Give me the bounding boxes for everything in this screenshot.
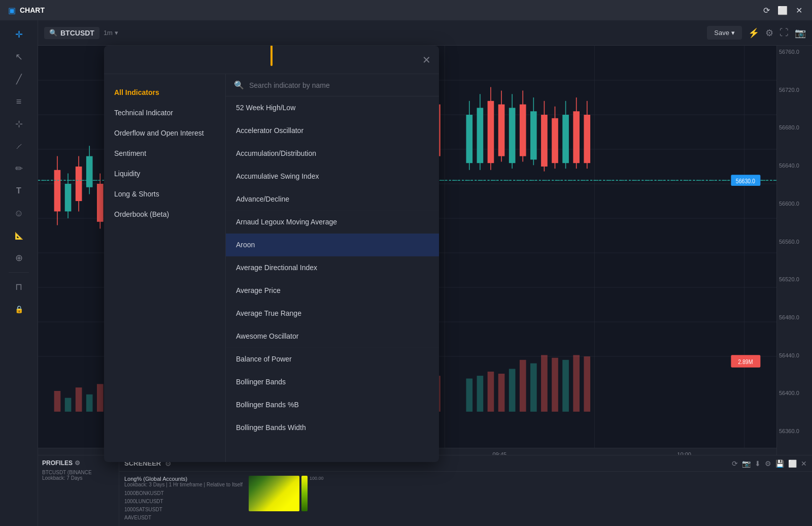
modal-top-bar [270, 46, 273, 66]
header-right: Save ▾ ⚡ ⚙ ⛶ 📷 [707, 26, 806, 40]
screener-refresh-icon[interactable]: ⟳ [732, 459, 738, 468]
nav-item-liquidity[interactable]: Liquidity [104, 163, 225, 184]
text-icon[interactable]: T [9, 181, 29, 201]
title-bar-title: CHART [20, 6, 45, 14]
svg-rect-140 [488, 372, 494, 412]
screener-save-icon[interactable]: 💾 [775, 459, 784, 468]
svg-rect-142 [509, 369, 516, 411]
screener-controls: ⟳ 📷 ⬇ ⚙ 💾 ⬜ ✕ [732, 459, 807, 468]
maximize-icon[interactable]: ⬜ [777, 5, 788, 15]
heatmap-container: 100.00 [249, 476, 324, 522]
screener-download-icon[interactable]: ⬇ [755, 459, 761, 468]
indicator-item-aroon[interactable]: Aroon [226, 234, 439, 256]
indicator-item-bollingerwidth[interactable]: Bollinger Bands Width [226, 416, 439, 439]
price-level: 56600.0 [779, 201, 810, 207]
magnet-icon[interactable]: ⊓ [9, 277, 29, 297]
svg-rect-143 [520, 360, 526, 412]
price-level: 56360.0 [779, 428, 810, 434]
indicator-item-atr[interactable]: Average True Range [226, 302, 439, 325]
svg-text:56630.0: 56630.0 [736, 177, 755, 185]
ruler-icon[interactable]: 📐 [9, 225, 29, 246]
profiles-settings-icon[interactable]: ⚙ [75, 459, 80, 467]
settings-icon[interactable]: ⚙ [765, 27, 773, 39]
screener-close-icon[interactable]: ✕ [801, 459, 807, 468]
node-icon[interactable]: ⊹ [9, 114, 29, 134]
header-bar: 🔍 BTCUSDT 1m ▾ Save ▾ ⚡ ⚙ ⛶ 📷 [38, 20, 812, 46]
heatmap-chart [249, 476, 299, 511]
svg-rect-145 [541, 355, 548, 412]
svg-rect-149 [584, 356, 590, 412]
lock-icon[interactable]: 🔒 [9, 299, 29, 319]
indicator-item-bollingerb[interactable]: Bollinger Bands %B [226, 393, 439, 416]
save-button[interactable]: Save ▾ [707, 26, 742, 40]
svg-rect-141 [498, 374, 505, 412]
screener-panel: SCRENEER ⚙ ⟳ 📷 ⬇ ⚙ 💾 ⬜ ✕ Long% (Global A… [119, 455, 812, 526]
svg-rect-147 [562, 360, 569, 412]
indicator-search-input[interactable] [249, 81, 431, 89]
fullscreen-icon[interactable]: ⛶ [780, 27, 789, 38]
indicator-item-accelerator[interactable]: Accelerator Oscillator [226, 119, 439, 142]
crosshair-icon[interactable]: ✛ [9, 24, 29, 45]
indicator-item-52week[interactable]: 52 Week High/Low [226, 96, 439, 119]
trend-line-icon[interactable]: ╱ [9, 69, 29, 89]
nav-item-technical[interactable]: Technical Indicator [104, 103, 225, 123]
heatmap-legend [301, 476, 308, 511]
nav-item-longs-shorts[interactable]: Long & Shorts [104, 184, 225, 204]
screener-maximize-icon[interactable]: ⬜ [788, 459, 797, 468]
svg-rect-106 [65, 398, 72, 412]
price-scale: 56760.0 56720.0 56680.0 56640.0 56600.0 … [776, 46, 812, 475]
price-level: 56640.0 [779, 162, 810, 169]
modal-header: ✕ [104, 46, 439, 74]
nav-item-all[interactable]: All Indicators [104, 82, 225, 103]
refresh-icon[interactable]: ⟳ [761, 5, 771, 15]
indicators-icon[interactable]: ⚡ [748, 27, 759, 39]
timeframe-btn[interactable]: 1m ▾ [104, 29, 118, 37]
indicator-item-balancepower[interactable]: Balance of Power [226, 348, 439, 371]
nav-item-orderflow[interactable]: Orderflow and Open Interest [104, 123, 225, 143]
price-level: 56720.0 [779, 87, 810, 93]
screener-settings-icon[interactable]: ⚙ [765, 459, 771, 468]
horizontal-line-icon[interactable]: ≡ [9, 91, 29, 112]
bottom-panels: PROFILES ⚙ BTCUSDT (BINANCE Lookback: 7 … [38, 455, 812, 526]
search-icon: 🔍 [234, 80, 244, 90]
screener-info: Long% (Global Accounts) Lookback: 3 Days… [124, 476, 243, 522]
indicator-item-advdecline[interactable]: Advance/Decline [226, 188, 439, 211]
profiles-title: PROFILES ⚙ [42, 459, 115, 467]
indicator-item-awesome[interactable]: Awesome Oscillator [226, 325, 439, 348]
indicator-item-arnaud[interactable]: Arnaud Legoux Moving Average [226, 211, 439, 234]
svg-rect-138 [466, 379, 472, 412]
svg-rect-146 [552, 358, 558, 412]
svg-rect-148 [573, 355, 580, 412]
chevron-down-icon: ▾ [731, 29, 735, 37]
channel-icon[interactable]: ⟋ [9, 136, 29, 156]
modal-close-button[interactable]: ✕ [422, 54, 431, 66]
title-bar-controls: ⟳ ⬜ ✕ [761, 5, 804, 15]
emoji-icon[interactable]: ☺ [9, 203, 29, 223]
nav-item-sentiment[interactable]: Sentiment [104, 143, 225, 163]
close-icon[interactable]: ✕ [794, 5, 804, 15]
svg-rect-109 [97, 384, 104, 411]
cursor-icon[interactable]: ↖ [9, 47, 29, 67]
indicator-item-bollinger[interactable]: Bollinger Bands [226, 371, 439, 393]
indicator-item-avgprice[interactable]: Average Price [226, 279, 439, 302]
screener-lookback: Lookback: 3 Days | 1 Hr timeframe | Rela… [124, 482, 243, 487]
symbol-search[interactable]: 🔍 BTCUSDT [44, 27, 99, 39]
screener-snapshot-icon[interactable]: 📷 [742, 459, 751, 468]
price-level: 56680.0 [779, 124, 810, 130]
price-level: 56400.0 [779, 390, 810, 396]
pen-icon[interactable]: ✏ [9, 158, 29, 179]
indicator-item-accumswing[interactable]: Accumulative Swing Index [226, 165, 439, 188]
nav-item-orderbook[interactable]: Orderbook (Beta) [104, 204, 225, 224]
screenshot-icon[interactable]: 📷 [795, 27, 806, 39]
svg-rect-107 [76, 387, 82, 412]
title-bar: ▣ CHART ⟳ ⬜ ✕ [0, 0, 812, 20]
heatmap-max: 100.00 [310, 476, 324, 481]
price-level: 56520.0 [779, 276, 810, 282]
indicator-item-adx[interactable]: Average Directional Index [226, 256, 439, 279]
svg-rect-105 [54, 391, 61, 412]
zoom-in-icon[interactable]: ⊕ [9, 248, 29, 268]
indicator-item-accumdist[interactable]: Accumulation/Distribution [226, 142, 439, 165]
search-icon: 🔍 [49, 29, 57, 37]
screener-tickers: 1000BONKUSDT 1000LUNCUSDT 1000SATSUSDT A… [124, 489, 243, 522]
left-sidebar: ✛ ↖ ╱ ≡ ⊹ ⟋ ✏ T ☺ 📐 ⊕ ⊓ 🔒 [0, 20, 38, 526]
